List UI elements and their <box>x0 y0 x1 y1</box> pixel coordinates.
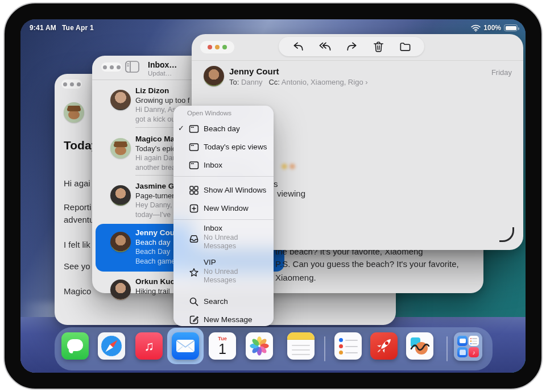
compass-icon <box>98 332 125 360</box>
menu-item-beach-day[interactable]: ✓ Beach day <box>173 120 274 137</box>
recipients-line[interactable]: To: Danny Cc: Antonio, Xiaomeng, Rigo › <box>229 78 368 86</box>
dock-app-notes[interactable] <box>287 332 315 360</box>
window-resize-handle[interactable] <box>499 227 514 242</box>
window-controls-pill[interactable] <box>200 41 234 53</box>
dock-app-music[interactable]: ♫ <box>135 332 163 360</box>
app-library-music-tile: ♪ <box>469 347 479 357</box>
reply-icon[interactable] <box>292 40 305 53</box>
inbox-tray-icon <box>189 233 199 244</box>
music-note-icon: ♫ <box>144 338 154 354</box>
forward-icon[interactable] <box>345 40 358 53</box>
emoji-blob <box>282 164 287 169</box>
trash-icon[interactable] <box>372 40 385 53</box>
dock-app-safari[interactable] <box>98 332 125 360</box>
wifi-icon <box>471 24 481 32</box>
status-time: 9:41 AM <box>30 24 56 32</box>
inbox-title: Inbox… <box>148 60 177 69</box>
window-icon <box>189 160 199 170</box>
to-label: To: <box>229 78 239 86</box>
menu-item-new-message[interactable]: New Message <box>173 311 274 326</box>
magnifier-icon <box>189 297 199 307</box>
inbox-title-block: Inbox… Updat… <box>148 60 177 77</box>
sender-name: Jenny Court <box>229 66 279 76</box>
dock-app-freeform[interactable] <box>406 332 433 360</box>
window-controls-pill[interactable] <box>61 80 82 89</box>
app-library-list-tile <box>469 336 479 346</box>
dock-app-library[interactable]: ♪ <box>454 332 482 361</box>
menu-item-inbox-window[interactable]: Inbox <box>173 157 274 174</box>
checkmark-icon: ✓ <box>178 124 187 132</box>
cc-label: Cc: <box>268 78 280 86</box>
ipad-screen: 9:41 AMTue Apr 1 100% Today Hi agai Repo… <box>20 19 526 373</box>
freeform-squiggle-icon <box>406 332 433 360</box>
dock-app-messages[interactable] <box>61 332 89 360</box>
flower-icon <box>248 335 271 357</box>
emoji-blob <box>289 164 295 169</box>
menu-item-show-all-windows[interactable]: Show All Windows <box>173 182 274 199</box>
message-pane-ps-line: P.S. Can you guess the beach? It's your … <box>275 259 459 269</box>
app-library-folder-tile <box>457 347 468 357</box>
window-icon <box>189 142 199 152</box>
battery-icon <box>504 24 518 31</box>
menu-item-search[interactable]: Search <box>173 293 274 310</box>
dock-app-photos[interactable] <box>246 332 273 360</box>
menu-item-inbox-mailbox[interactable]: Inbox No Unread Messages <box>173 224 274 256</box>
menu-item-vip-mailbox[interactable]: VIP No Unread Messages <box>173 258 274 290</box>
window-icon <box>189 124 199 134</box>
open-windows-menu: Open Windows ✓ Beach day Today's epic vi… <box>173 106 274 326</box>
avatar <box>110 90 131 110</box>
folder-icon[interactable] <box>399 40 412 53</box>
grid-icon <box>189 185 199 195</box>
cc-value: Antonio, Xiaomeng, Rigo <box>282 78 363 86</box>
battery-percent: 100% <box>483 24 501 32</box>
window-controls-pill[interactable] <box>101 62 122 72</box>
avatar <box>110 280 131 300</box>
dock-app-reminders[interactable] <box>334 332 362 360</box>
dock-app-rocket[interactable] <box>370 332 398 360</box>
status-date: Tue Apr 1 <box>62 24 94 32</box>
dock-divider <box>446 336 448 361</box>
status-bar-right: 100% <box>471 24 518 32</box>
status-bar-left: 9:41 AMTue Apr 1 <box>30 24 94 32</box>
avatar <box>110 138 131 159</box>
calendar-day: 1 <box>209 341 236 356</box>
dock: ♫ Tue 1 <box>55 327 493 370</box>
star-icon <box>189 268 199 278</box>
sidebar-toggle-icon[interactable] <box>125 61 139 73</box>
dock-divider <box>324 336 325 361</box>
speech-bubble-icon <box>67 339 83 351</box>
sender-avatar[interactable] <box>204 66 224 86</box>
menu-header: Open Windows <box>187 110 231 116</box>
dock-app-calendar[interactable]: Tue 1 <box>209 332 236 360</box>
rocket-icon <box>370 332 398 360</box>
body-fragment: viewing <box>277 189 305 198</box>
avatar <box>110 185 131 206</box>
message-date: Friday <box>491 68 512 77</box>
compose-icon <box>189 315 199 325</box>
reply-all-icon[interactable] <box>318 40 332 53</box>
inbox-subtitle: Updat… <box>148 70 177 77</box>
to-value: Danny <box>241 78 263 86</box>
mail-toolbar <box>279 37 424 56</box>
avatar <box>110 232 131 252</box>
new-window-icon <box>189 203 199 214</box>
menu-item-new-window[interactable]: New Window <box>173 200 274 217</box>
ipad-device-frame: 9:41 AMTue Apr 1 100% Today Hi agai Repo… <box>3 2 543 390</box>
app-library-mail-tile <box>457 336 468 346</box>
envelope-icon <box>172 332 199 360</box>
chevron-right-icon: › <box>365 78 367 86</box>
dock-app-mail[interactable] <box>172 332 199 360</box>
menu-item-todays-epic-views[interactable]: Today's epic views <box>173 139 274 156</box>
body-fragment: s <box>274 179 278 189</box>
avatar <box>64 102 84 123</box>
message-pane-ps-line: Xiaomeng. <box>275 273 316 282</box>
